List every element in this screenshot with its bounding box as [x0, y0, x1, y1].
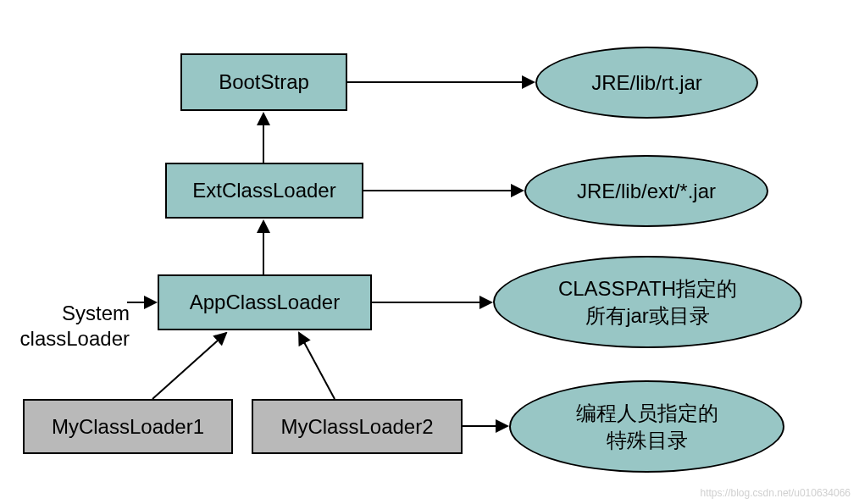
watermark-text: https://blog.csdn.net/u010634066: [701, 487, 851, 499]
myclassloader2-label: MyClassLoader2: [280, 414, 433, 440]
classpath-ellipse: CLASSPATH指定的 所有jar或目录: [493, 256, 802, 348]
bootstrap-label: BootStrap: [219, 69, 309, 95]
rtjar-ellipse: JRE/lib/rt.jar: [535, 47, 758, 119]
rtjar-label: JRE/lib/rt.jar: [591, 69, 702, 96]
appclassloader-label: AppClassLoader: [190, 290, 340, 315]
arrow-my2-to-app: [299, 333, 335, 399]
appclassloader-box: AppClassLoader: [158, 274, 372, 330]
extclassloader-box: ExtClassLoader: [165, 163, 363, 219]
extjar-label: JRE/lib/ext/*.jar: [577, 178, 716, 204]
watermark: https://blog.csdn.net/u010634066: [701, 487, 851, 499]
system-classloader-label: System classLoader: [3, 275, 130, 352]
extclassloader-label: ExtClassLoader: [192, 178, 335, 203]
myclassloader1-box: MyClassLoader1: [23, 399, 233, 454]
arrow-my1-to-app: [152, 333, 226, 399]
classpath-label: CLASSPATH指定的 所有jar或目录: [558, 275, 737, 328]
bootstrap-box: BootStrap: [180, 53, 347, 111]
extjar-ellipse: JRE/lib/ext/*.jar: [524, 155, 768, 227]
myclassloader1-label: MyClassLoader1: [52, 414, 204, 440]
custompaths-label: 编程人员指定的 特殊目录: [576, 400, 718, 452]
custompaths-ellipse: 编程人员指定的 特殊目录: [509, 380, 784, 473]
system-classloader-text: System classLoader: [20, 302, 130, 350]
myclassloader2-box: MyClassLoader2: [252, 399, 463, 454]
